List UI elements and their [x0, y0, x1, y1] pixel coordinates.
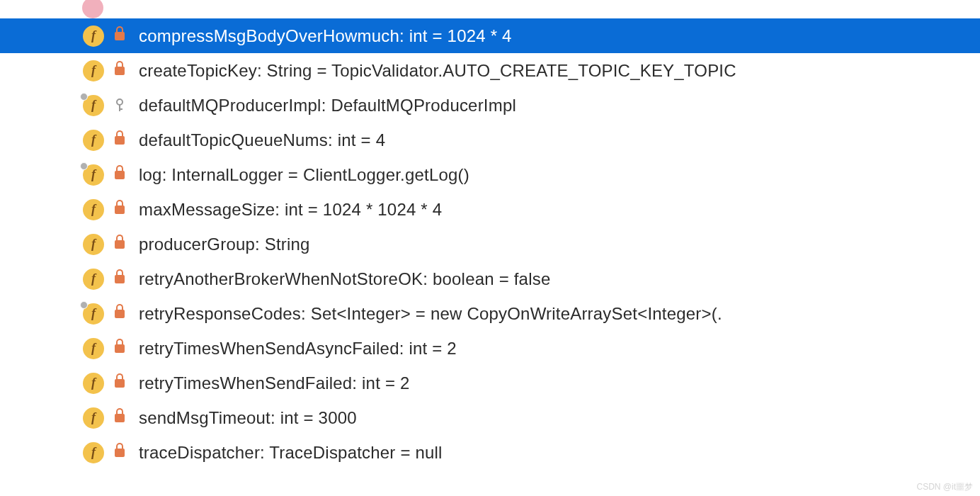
method-icon	[82, 0, 103, 18]
svg-point-0	[117, 99, 122, 105]
field-row-defaultTopicQueueNums[interactable]: f defaultTopicQueueNums: int = 4	[0, 123, 980, 157]
field-icon: f	[82, 25, 105, 47]
static-marker-icon	[80, 93, 88, 101]
field-icon: f	[82, 198, 105, 221]
lock-icon	[113, 271, 126, 287]
field-icon: f	[82, 164, 105, 186]
svg-rect-2	[119, 108, 122, 110]
field-row-producerGroup[interactable]: f producerGroup: String	[0, 227, 980, 261]
field-row-sendMsgTimeout[interactable]: f sendMsgTimeout: int = 3000	[0, 400, 980, 435]
field-icon: f	[82, 407, 105, 429]
lock-icon	[113, 63, 126, 79]
key-icon	[113, 98, 126, 113]
field-row-createTopicKey[interactable]: f createTopicKey: String = TopicValidato…	[0, 53, 980, 88]
field-label: defaultTopicQueueNums: int = 4	[139, 130, 385, 150]
field-icon: f	[82, 60, 105, 82]
field-label: sendMsgTimeout: int = 3000	[139, 408, 357, 428]
lock-icon	[113, 167, 126, 183]
field-row-compressMsgBodyOverHowmuch[interactable]: f compressMsgBodyOverHowmuch: int = 1024…	[0, 18, 980, 53]
field-row-retryTimesWhenSendFailed[interactable]: f retryTimesWhenSendFailed: int = 2	[0, 366, 980, 400]
field-label: compressMsgBodyOverHowmuch: int = 1024 *…	[139, 26, 512, 46]
field-row-retryTimesWhenSendAsyncFailed[interactable]: f retryTimesWhenSendAsyncFailed: int = 2	[0, 331, 980, 366]
field-label: producerGroup: String	[139, 235, 310, 254]
field-icon: f	[82, 94, 105, 117]
field-row-defaultMQProducerImpl[interactable]: f defaultMQProducerImpl: DefaultMQProduc…	[0, 88, 980, 123]
field-icon: f	[82, 303, 105, 325]
lock-icon	[113, 133, 126, 148]
static-marker-icon	[80, 162, 88, 170]
field-icon: f	[82, 129, 105, 152]
field-label: retryResponseCodes: Set<Integer> = new C…	[139, 304, 722, 324]
field-icon: f	[82, 441, 105, 464]
watermark: CSDN @it噩梦	[916, 481, 973, 493]
field-row-traceDispatcher[interactable]: f traceDispatcher: TraceDispatcher = nul…	[0, 435, 980, 470]
field-label: log: InternalLogger = ClientLogger.getLo…	[139, 165, 469, 185]
lock-icon	[113, 237, 126, 252]
field-label: retryTimesWhenSendFailed: int = 2	[139, 373, 410, 393]
field-row-log[interactable]: f log: InternalLogger = ClientLogger.get…	[0, 157, 980, 192]
field-icon: f	[82, 268, 105, 291]
field-label: retryAnotherBrokerWhenNotStoreOK: boolea…	[139, 269, 550, 289]
field-row-retryAnotherBrokerWhenNotStoreOK[interactable]: f retryAnotherBrokerWhenNotStoreOK: bool…	[0, 261, 980, 296]
field-label: traceDispatcher: TraceDispatcher = null	[139, 443, 443, 463]
lock-icon	[113, 376, 126, 391]
field-icon: f	[82, 372, 105, 395]
lock-icon	[113, 306, 126, 322]
lock-icon	[113, 202, 126, 218]
structure-list: f compressMsgBodyOverHowmuch: int = 1024…	[0, 0, 980, 470]
field-label: defaultMQProducerImpl: DefaultMQProducer…	[139, 96, 516, 115]
lock-icon	[113, 341, 126, 356]
field-label: retryTimesWhenSendAsyncFailed: int = 2	[139, 339, 457, 359]
svg-rect-1	[119, 104, 120, 111]
field-label: createTopicKey: String = TopicValidator.…	[139, 61, 736, 81]
field-icon: f	[82, 337, 105, 360]
field-row-retryResponseCodes[interactable]: f retryResponseCodes: Set<Integer> = new…	[0, 296, 980, 331]
lock-icon	[113, 410, 126, 426]
field-label: maxMessageSize: int = 1024 * 1024 * 4	[139, 200, 442, 220]
partial-row-top[interactable]	[0, 3, 980, 18]
static-marker-icon	[80, 301, 88, 309]
field-row-maxMessageSize[interactable]: f maxMessageSize: int = 1024 * 1024 * 4	[0, 192, 980, 227]
lock-icon	[113, 445, 126, 461]
field-icon: f	[82, 233, 105, 256]
lock-icon	[113, 28, 126, 44]
